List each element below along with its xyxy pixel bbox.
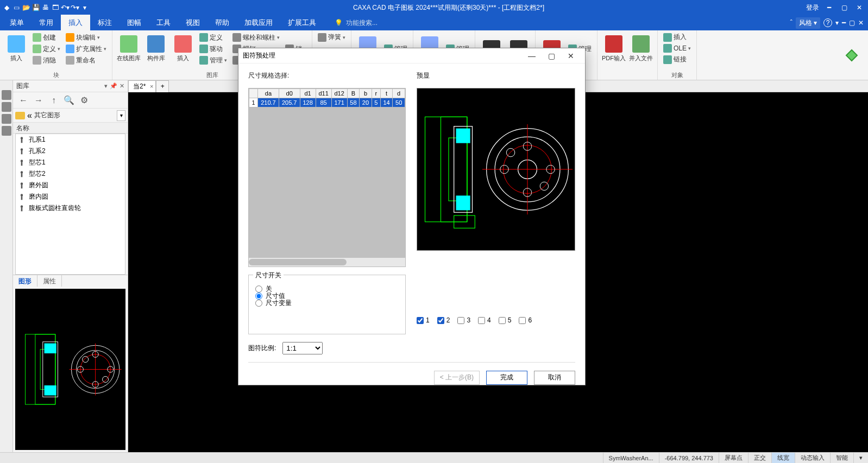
lib-tab-shape[interactable]: 图形 — [13, 275, 37, 287]
list-item[interactable]: 腹板式圆柱直齿轮 — [16, 202, 125, 214]
list-column-header[interactable]: 名称 — [13, 123, 128, 134]
mdi-minimize-icon[interactable]: ━ — [842, 19, 846, 27]
tab-common[interactable]: 常用 — [32, 15, 61, 31]
lib-tab-attr[interactable]: 属性 — [37, 275, 62, 287]
qat-redo-icon[interactable]: ↷▾ — [71, 3, 79, 12]
list-item[interactable]: 磨外圆 — [16, 180, 125, 191]
tab-insert[interactable]: 插入 — [61, 15, 90, 31]
qat-preview-icon[interactable]: 🗔 — [51, 3, 60, 12]
check-5[interactable]: 5 — [499, 316, 512, 324]
mdi-restore-icon[interactable]: ▢ — [849, 19, 855, 27]
rail-icon-2[interactable] — [2, 102, 11, 112]
help-icon[interactable]: ? — [823, 18, 832, 27]
maximize-button[interactable]: ▢ — [839, 2, 850, 13]
tab-frame[interactable]: 图幅 — [119, 15, 149, 31]
collapse-ribbon-icon[interactable]: ˆ — [790, 19, 792, 27]
table-h-scrollbar[interactable] — [249, 258, 405, 267]
help-dropdown-icon[interactable]: ▾ — [835, 19, 839, 27]
style-button[interactable]: 风格 ▾ — [796, 17, 820, 29]
status-smart[interactable]: 智能 — [830, 453, 853, 463]
panel-close-icon[interactable]: ✕ — [119, 83, 124, 90]
radio-variable[interactable]: 尺寸变量 — [255, 299, 399, 308]
nav-forward-icon[interactable]: → — [34, 96, 43, 105]
block-edit-button[interactable]: 块编辑▾ — [64, 32, 109, 43]
online-lib-button[interactable]: 在线图库 — [116, 31, 142, 66]
close-button[interactable]: ✕ — [854, 2, 865, 13]
status-ortho[interactable]: 正交 — [748, 453, 771, 463]
block-insert-button[interactable]: 插入 — [3, 31, 29, 66]
menu-tab[interactable]: 菜单 — [2, 15, 32, 31]
check-4[interactable]: 4 — [478, 316, 491, 324]
tab-load-app[interactable]: 加载应用 — [237, 15, 280, 31]
finish-button[interactable]: 完成 — [486, 371, 527, 385]
nav-back-icon[interactable]: ← — [18, 96, 28, 105]
block-rename-button[interactable]: 重命名 — [64, 55, 109, 66]
size-table[interactable]: dad0d1d11d12Bbrtd 1 210.7205.71288517158… — [248, 88, 406, 267]
lib-define-button[interactable]: 定义 — [197, 32, 229, 43]
status-screen-point[interactable]: 屏幕点 — [719, 453, 748, 463]
spring-button[interactable]: 弹簧▾ — [316, 31, 348, 43]
obj-insert-button[interactable]: 插入 — [661, 31, 693, 43]
lib-manage-button[interactable]: 管理▾ — [197, 55, 229, 66]
block-define-button[interactable]: 定义▾ — [30, 43, 62, 55]
tab-view[interactable]: 视图 — [178, 15, 207, 31]
cancel-button[interactable]: 取消 — [534, 371, 575, 385]
dialog-maximize-button[interactable]: ▢ — [542, 48, 561, 64]
list-item[interactable]: 孔系2 — [16, 145, 125, 157]
rail-icon-1[interactable] — [2, 90, 11, 100]
status-lineweight[interactable]: 线宽 — [771, 453, 795, 463]
list-item[interactable]: 型芯2 — [16, 168, 125, 180]
mdi-close-icon[interactable]: ✕ — [858, 19, 864, 27]
qat-new-icon[interactable]: ▭ — [12, 3, 21, 12]
list-item[interactable]: 磨内圆 — [16, 191, 125, 202]
qat-save-icon[interactable]: 💾 — [32, 3, 40, 12]
doc-tab[interactable]: 当2*× — [128, 80, 156, 92]
dialog-close-button[interactable]: ✕ — [561, 48, 581, 64]
check-6[interactable]: 6 — [519, 316, 532, 324]
qat-more-icon[interactable]: ▾ — [80, 3, 89, 12]
ratio-select[interactable]: 1:1 — [282, 342, 323, 354]
nav-search-icon[interactable]: 🔍 — [64, 96, 74, 105]
login-link[interactable]: 登录 — [806, 3, 819, 12]
nav-settings-icon[interactable]: ⚙ — [79, 96, 89, 105]
qat-print-icon[interactable]: 🖶 — [41, 3, 50, 12]
lib-drive-button[interactable]: 驱动 — [197, 43, 229, 55]
panel-pin-icon[interactable]: 📌 — [110, 83, 117, 90]
pdf-input-button[interactable]: PDF输入 — [601, 31, 627, 66]
breadcrumb[interactable]: 其它图形 — [34, 111, 115, 120]
search-placeholder[interactable]: 功能搜索... — [346, 18, 378, 28]
part-lib-button[interactable]: 构件库 — [143, 31, 169, 66]
nav-up-icon[interactable]: ↑ — [49, 96, 59, 105]
library-list[interactable]: 孔系1 孔系2 型芯1 型芯2 磨外圆 磨内圆 腹板式圆柱直齿轮 — [15, 134, 125, 275]
tab-ext-tools[interactable]: 扩展工具 — [280, 15, 324, 31]
status-dynamic-input[interactable]: 动态输入 — [795, 453, 830, 463]
panel-dropdown-icon[interactable]: ▾ — [104, 83, 108, 90]
block-erase-button[interactable]: 消隐 — [30, 55, 62, 66]
check-3[interactable]: 3 — [457, 316, 470, 324]
check-1[interactable]: 1 — [417, 316, 430, 324]
tab-tools[interactable]: 工具 — [149, 15, 178, 31]
tab-help[interactable]: 帮助 — [207, 15, 237, 31]
doc-tab-add[interactable]: + — [156, 80, 169, 92]
rail-icon-3[interactable] — [2, 114, 11, 124]
qat-undo-icon[interactable]: ↶▾ — [61, 3, 70, 12]
lib-insert-button[interactable]: 插入 — [170, 31, 196, 66]
dialog-minimize-button[interactable]: — — [522, 48, 542, 64]
status-dropdown-icon[interactable]: ▾ — [853, 453, 868, 463]
merge-file-button[interactable]: 并入文件 — [628, 31, 654, 66]
doc-tab-close-icon[interactable]: × — [150, 83, 153, 90]
minimize-button[interactable]: ━ — [823, 2, 834, 13]
list-item[interactable]: 型芯1 — [16, 157, 125, 168]
table-row[interactable]: 1 210.7205.712885171582051450 — [249, 98, 405, 107]
qat-open-icon[interactable]: 📂 — [22, 3, 30, 12]
block-create-button[interactable]: 创建 — [30, 32, 62, 43]
block-extattr-button[interactable]: 扩充属性▾ — [64, 43, 109, 55]
breadcrumb-dropdown[interactable]: ▾ — [117, 110, 125, 121]
obj-link-button[interactable]: 链接 — [661, 54, 693, 65]
bolt-button[interactable]: 螺栓和螺柱▾ — [230, 32, 282, 43]
rail-icon-4[interactable] — [2, 126, 11, 136]
list-item[interactable]: 孔系1 — [16, 134, 125, 145]
obj-ole-button[interactable]: OLE▾ — [661, 43, 693, 54]
tab-annotate[interactable]: 标注 — [90, 15, 119, 31]
check-2[interactable]: 2 — [437, 316, 450, 324]
